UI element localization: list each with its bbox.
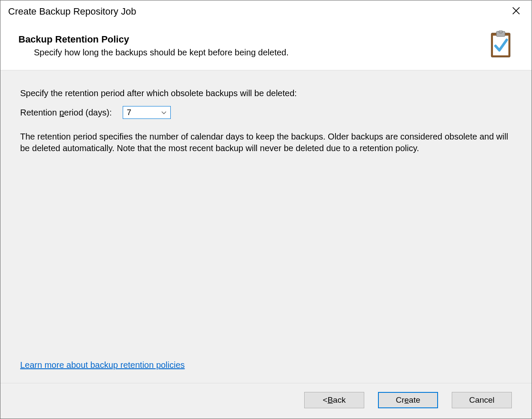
wizard-footer: < Back Create Cancel	[0, 383, 532, 419]
svg-rect-5	[499, 30, 502, 33]
explanation-text: The retention period specifies the numbe…	[20, 131, 512, 154]
titlebar: Create Backup Repository Job	[0, 0, 532, 21]
cancel-button[interactable]: Cancel	[452, 392, 512, 408]
retention-label: Retention period (days):	[20, 108, 112, 118]
wizard-content: Specify the retention period after which…	[0, 70, 532, 383]
page-title: Backup Retention Policy	[18, 34, 487, 45]
retention-value: 7	[127, 108, 161, 117]
window-title: Create Backup Repository Job	[8, 6, 136, 17]
page-subtitle: Specify how long the backups should be k…	[18, 48, 487, 58]
back-button[interactable]: < Back	[304, 392, 364, 408]
wizard-header: Backup Retention Policy Specify how long…	[0, 21, 532, 70]
learn-more-link[interactable]: Learn more about backup retention polici…	[20, 360, 185, 370]
retention-period-combobox[interactable]: 7	[123, 106, 171, 119]
create-button[interactable]: Create	[378, 392, 438, 408]
header-text: Backup Retention Policy Specify how long…	[18, 34, 487, 58]
close-button[interactable]	[507, 4, 526, 19]
clipboard-check-icon	[487, 30, 514, 58]
intro-text: Specify the retention period after which…	[20, 88, 512, 98]
wizard-dialog: Create Backup Repository Job Backup Rete…	[0, 0, 532, 419]
retention-field-row: Retention period (days): 7	[20, 106, 512, 119]
chevron-down-icon	[161, 109, 167, 115]
close-icon	[512, 7, 520, 16]
